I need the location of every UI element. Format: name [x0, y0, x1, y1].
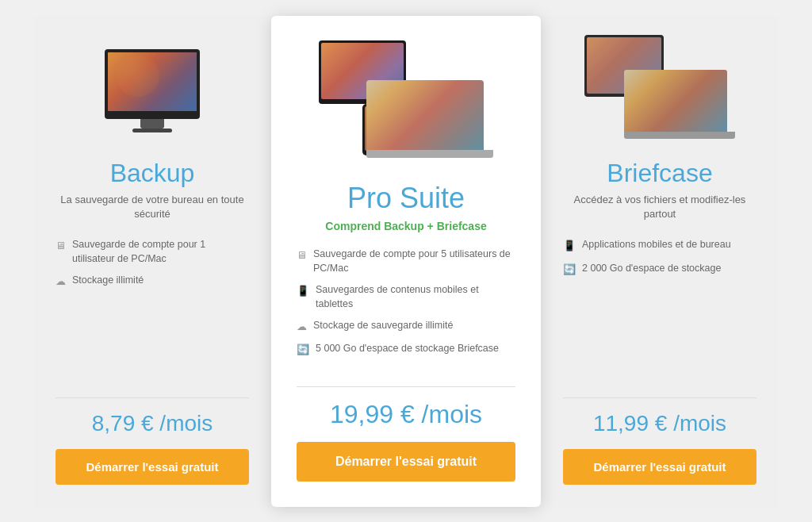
pricing-section: Backup La sauvegarde de votre bureau en … [17, 16, 795, 507]
feature-item: 🖥 Sauvegarde de compte pour 5 utilisateu… [297, 244, 515, 279]
plan-backup: Backup La sauvegarde de votre bureau en … [33, 16, 271, 507]
cloud-icon: ☁ [56, 274, 66, 289]
feature-item: 🔄 2 000 Go d'espace de stockage [563, 258, 756, 281]
plan-backup-price: 8,79 € /mois [92, 411, 213, 436]
feature-item: ☁ Stockage illimité [56, 270, 249, 293]
feature-item: ☁ Stockage de sauvegarde illimité [297, 315, 515, 338]
mobile-icon: 📱 [563, 239, 576, 253]
plan-briefcase-title: Briefcase [607, 159, 712, 188]
plan-pro-suite-title: Pro Suite [347, 182, 465, 215]
plan-backup-image [56, 35, 249, 146]
plan-backup-cta[interactable]: Démarrer l'essai gratuit [56, 449, 249, 485]
plan-briefcase-price: 11,99 € /mois [593, 411, 726, 436]
divider [563, 397, 756, 398]
sync-icon: 🔄 [563, 263, 576, 277]
plan-briefcase-cta[interactable]: Démarrer l'essai gratuit [563, 449, 756, 485]
feature-item: 🖥 Sauvegarde de compte pour 1 utilisateu… [56, 234, 249, 270]
plan-pro-suite-subtitle: Comprend Backup + Briefcase [325, 220, 486, 232]
monitor-icon: 🖥 [297, 248, 307, 263]
plan-briefcase-image [563, 35, 756, 146]
plan-briefcase: Briefcase Accédez à vos fichiers et modi… [541, 16, 779, 507]
plan-briefcase-features: 📱 Applications mobiles et de bureau 🔄 2 … [563, 234, 756, 372]
feature-item: 📱 Applications mobiles et de bureau [563, 234, 756, 257]
plan-backup-title: Backup [110, 159, 195, 188]
divider [297, 386, 515, 387]
laptop-device [366, 80, 493, 167]
plan-briefcase-description: Accédez à vos fichiers et modifiez-les p… [563, 193, 756, 221]
sync-icon: 🔄 [297, 343, 309, 357]
monitor-icon: 🖥 [56, 239, 66, 253]
plan-pro-suite-cta[interactable]: Démarrer l'essai gratuit [297, 442, 515, 482]
plan-backup-description: La sauvegarde de votre bureau en toute s… [56, 193, 249, 221]
plan-pro-suite-price: 19,99 € /mois [330, 400, 482, 429]
plan-backup-features: 🖥 Sauvegarde de compte pour 1 utilisateu… [56, 234, 249, 372]
plan-pro-suite-image [297, 38, 515, 169]
feature-item: 🔄 5 000 Go d'espace de stockage Briefcas… [297, 338, 515, 361]
plan-pro-suite-features: 🖥 Sauvegarde de compte pour 5 utilisateu… [297, 244, 515, 361]
feature-item: 📱 Sauvegardes de contenus mobiles et tab… [297, 279, 515, 315]
mobile-icon: 📱 [297, 284, 309, 298]
cloud-icon: ☁ [297, 320, 307, 334]
plan-pro-suite: Pro Suite Comprend Backup + Briefcase 🖥 … [271, 16, 541, 507]
divider [56, 397, 249, 398]
laptop-sm-device [624, 70, 735, 146]
